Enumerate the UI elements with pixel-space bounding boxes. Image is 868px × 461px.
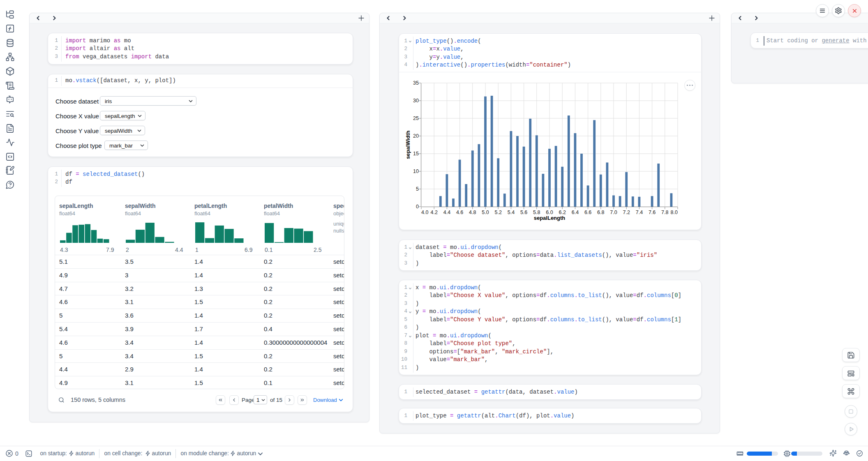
svg-text:7.8: 7.8 bbox=[661, 210, 668, 215]
svg-text:4.0: 4.0 bbox=[421, 210, 428, 215]
svg-text:6.8: 6.8 bbox=[597, 210, 604, 215]
svg-text:4.2: 4.2 bbox=[431, 210, 438, 215]
svg-text:5: 5 bbox=[416, 186, 419, 192]
svg-text:15: 15 bbox=[413, 151, 419, 157]
svg-text:0: 0 bbox=[416, 204, 419, 210]
svg-text:5.2: 5.2 bbox=[495, 210, 502, 215]
svg-text:4.4: 4.4 bbox=[443, 210, 450, 215]
svg-text:7.4: 7.4 bbox=[636, 210, 643, 215]
svg-text:5.8: 5.8 bbox=[533, 210, 540, 215]
svg-text:5.0: 5.0 bbox=[482, 210, 489, 215]
svg-text:7.2: 7.2 bbox=[623, 210, 630, 215]
svg-text:sepalLength: sepalLength bbox=[534, 215, 566, 221]
svg-text:35: 35 bbox=[413, 80, 419, 86]
svg-text:6.6: 6.6 bbox=[584, 210, 591, 215]
svg-text:6.2: 6.2 bbox=[559, 210, 566, 215]
svg-text:5.4: 5.4 bbox=[508, 210, 515, 215]
svg-text:4.6: 4.6 bbox=[456, 210, 463, 215]
svg-text:6.4: 6.4 bbox=[572, 210, 579, 215]
svg-text:8.0: 8.0 bbox=[671, 210, 678, 215]
svg-text:5.6: 5.6 bbox=[520, 210, 527, 215]
svg-text:sepalWidth: sepalWidth bbox=[405, 131, 411, 159]
svg-text:4.8: 4.8 bbox=[469, 210, 476, 215]
svg-text:7.6: 7.6 bbox=[649, 210, 656, 215]
svg-text:7.0: 7.0 bbox=[610, 210, 617, 215]
svg-text:6.0: 6.0 bbox=[546, 210, 553, 215]
svg-text:25: 25 bbox=[413, 115, 419, 121]
svg-text:30: 30 bbox=[413, 98, 419, 104]
svg-text:10: 10 bbox=[413, 168, 419, 174]
svg-text:20: 20 bbox=[413, 133, 419, 139]
